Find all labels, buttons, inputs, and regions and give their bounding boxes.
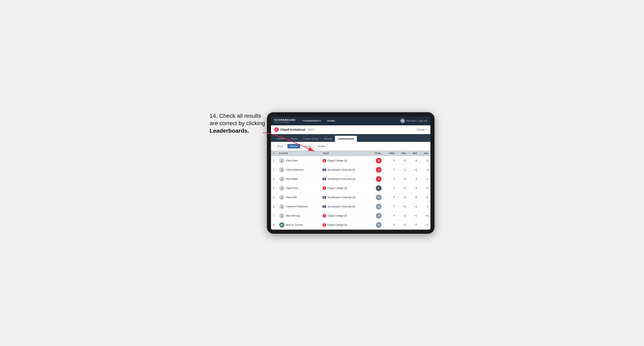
table-row: 5 Rees Britt Scoreboard University [A]+1… (271, 193, 430, 202)
player-avatar (279, 167, 284, 173)
tournament-name: Clippd Invitational (280, 128, 305, 131)
cell-thru: F (384, 193, 397, 202)
player-name: Marcus Turners (286, 223, 303, 226)
logo-text: SCOREBOARD (274, 119, 296, 121)
svg-point-9 (281, 196, 282, 198)
cell-rd1: +1 (397, 174, 408, 184)
cell-player: Cameron Robertson (277, 202, 321, 211)
team-name: Scoreboard University [A] (328, 196, 355, 199)
nav-right: TU Test User | Sign out (400, 119, 427, 123)
logo-sub: Powered by clippd (274, 121, 296, 123)
table-row: 3 Rich Butler Scoreboard University [A]-… (271, 174, 430, 184)
cancel-button[interactable]: Cancel ✕ (416, 128, 427, 131)
team-name: Clippd College [A] (328, 214, 347, 217)
cell-team: CClippd College [A] (320, 156, 369, 165)
filter-strokes[interactable]: Strokes (315, 144, 328, 148)
player-name: David Ford (286, 187, 298, 190)
cell-team: Scoreboard University [A] (320, 202, 369, 211)
instruction-line3: Leaderboards. (210, 128, 249, 134)
table-row: 8MTMarcus TurnersCClippd College [A]+11F… (271, 220, 430, 230)
cell-pos: 1 (271, 156, 277, 165)
filter-scores[interactable]: Scores (302, 144, 314, 148)
team-logo-c: C (322, 159, 326, 163)
score-badge: E (376, 185, 382, 191)
cell-total: +9 (369, 211, 384, 220)
table-row: 4 David FordCClippd College [A]EF+1-4+3 (271, 184, 430, 193)
top-nav: SCOREBOARD Powered by clippd TOURNAMENTS… (271, 116, 430, 125)
cell-player: David Ford (277, 184, 321, 193)
tablet-screen: SCOREBOARD Powered by clippd TOURNAMENTS… (271, 116, 430, 230)
cell-player: Blair McHarg (277, 211, 321, 220)
score-badge: +6 (376, 204, 382, 209)
team-logo-c: C (322, 214, 326, 218)
cell-rd1: +5 (397, 202, 408, 211)
svg-point-1 (281, 160, 282, 161)
player-name: Cameron Robertson (286, 205, 308, 208)
cell-thru: F (384, 220, 397, 230)
cell-team: Scoreboard University [A] (320, 193, 369, 202)
score-badge: +9 (376, 213, 382, 219)
team-name: Scoreboard University [A] (328, 205, 355, 208)
svg-point-4 (281, 170, 283, 171)
user-avatar: TU (400, 119, 405, 123)
cell-pos: 2 (271, 165, 277, 174)
tournament-title-area: C Clippd Invitational (Men) (274, 127, 315, 132)
cell-player: Rees Britt (277, 193, 321, 202)
tab-leaderboards[interactable]: Leaderboards (335, 136, 357, 142)
svg-point-11 (281, 205, 282, 207)
svg-point-7 (281, 187, 282, 188)
tab-results[interactable]: Results (321, 136, 335, 142)
cell-player: Rich Butler (277, 174, 321, 184)
col-thru: THRU (384, 151, 397, 156)
player-name: Blair McHarg (286, 214, 300, 217)
cell-pos: 6 (271, 202, 277, 211)
cell-total: -4 (369, 165, 384, 174)
player-avatar (279, 204, 284, 209)
team-logo-sb (322, 205, 326, 208)
cell-rd3: -1 (419, 202, 430, 211)
cell-pos: 8 (271, 220, 277, 230)
col-team: TEAM (320, 151, 369, 156)
player-avatar (279, 176, 284, 182)
cell-total: E (369, 184, 384, 193)
cell-thru: F (384, 184, 397, 193)
sign-out-link[interactable]: Sign out (419, 120, 427, 122)
cell-rd3: -1 (419, 174, 430, 184)
logo-area: SCOREBOARD Powered by clippd (274, 119, 296, 123)
team-name: Clippd College [A] (328, 223, 347, 226)
tab-bar: Details Teams Course Setup Results Leade… (271, 134, 430, 142)
nav-teams[interactable]: TEAMS (324, 119, 337, 123)
cell-total: -8 (369, 156, 384, 165)
cell-team: Scoreboard University [A] (320, 165, 369, 174)
tab-course-setup[interactable]: Course Setup (300, 136, 321, 142)
team-name: Scoreboard University [A] (328, 177, 355, 180)
tablet-frame: SCOREBOARD Powered by clippd TOURNAMENTS… (267, 112, 434, 234)
instruction-line1: 14. Check all results (210, 113, 261, 119)
team-logo-sb (322, 169, 326, 171)
player-avatar: MT (279, 222, 284, 228)
cell-rd1: -5 (397, 165, 408, 174)
filter-players[interactable]: Players (287, 144, 300, 148)
cell-pos: 7 (271, 211, 277, 220)
team-logo-c: C (322, 223, 326, 227)
svg-point-5 (281, 178, 282, 179)
player-avatar (279, 213, 284, 218)
filter-teams[interactable]: Teams (274, 144, 286, 148)
tab-teams[interactable]: Teams (287, 136, 300, 142)
cell-thru: F (384, 165, 397, 174)
cell-total: +11 (369, 220, 384, 230)
tournament-logo: C (274, 127, 279, 132)
tab-details[interactable]: Details (274, 136, 288, 142)
col-rd1: RD1 (397, 151, 408, 156)
cell-rd3: -5 (419, 156, 430, 165)
tournament-header: C Clippd Invitational (Men) Cancel ✕ (271, 125, 430, 134)
cell-rd3: +3 (419, 184, 430, 193)
cell-thru: F (384, 174, 397, 184)
nav-tournaments[interactable]: TOURNAMENTS (300, 119, 323, 123)
cell-team: CClippd College [A] (320, 220, 369, 230)
player-avatar (279, 158, 284, 163)
cell-rd1: +3 (397, 156, 408, 165)
player-avatar (279, 185, 284, 191)
cell-rd3: E (419, 193, 430, 202)
cell-total: +6 (369, 202, 384, 211)
